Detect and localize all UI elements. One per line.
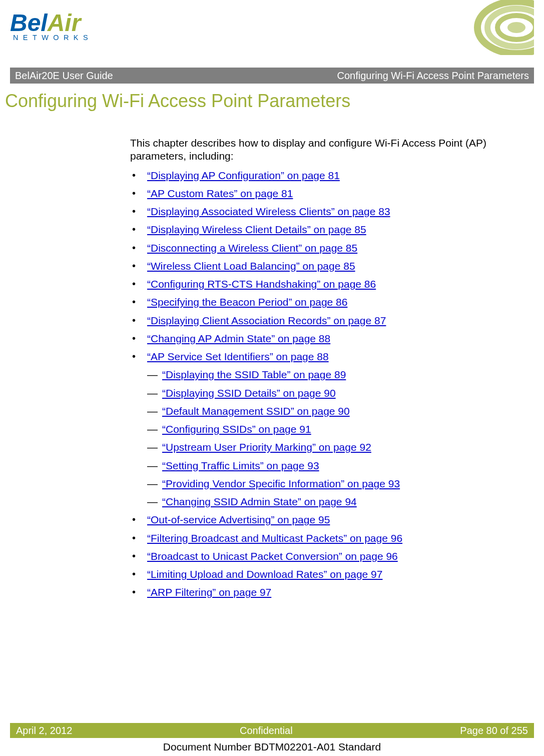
svg-point-4 xyxy=(507,22,525,33)
toc-link[interactable]: “Specifying the Beacon Period” on page 8… xyxy=(147,296,347,308)
brand-part-air: Air xyxy=(48,10,81,36)
header-bar-left: BelAir20E User Guide xyxy=(15,70,113,82)
toc-sub-item: —“Displaying the SSID Table” on page 89 xyxy=(147,368,504,381)
toc-item: “Displaying Client Association Records” … xyxy=(130,314,504,327)
toc-item: “Broadcast to Unicast Packet Conversion”… xyxy=(130,550,504,563)
toc-item: “ARP Filtering” on page 97 xyxy=(130,586,504,599)
document-page: BelAir NETWORKS BelAir20E User Guide Con… xyxy=(0,0,544,756)
header-bar-right: Configuring Wi-Fi Access Point Parameter… xyxy=(337,70,529,82)
toc-link[interactable]: “AP Service Set Identifiers” on page 88 xyxy=(147,351,329,362)
em-dash-icon: — xyxy=(147,441,158,454)
toc-link[interactable]: “Displaying AP Configuration” on page 81 xyxy=(147,170,340,181)
toc-sub-item: —“Changing SSID Admin State” on page 94 xyxy=(147,495,504,508)
toc-item: “Displaying AP Configuration” on page 81 xyxy=(130,169,504,182)
toc-link[interactable]: “Filtering Broadcast and Multicast Packe… xyxy=(147,532,402,544)
page-header-area: BelAir NETWORKS xyxy=(0,0,544,68)
footer-confidentiality: Confidential xyxy=(240,725,293,736)
toc-item: “Displaying Associated Wireless Clients”… xyxy=(130,205,504,218)
toc-sub-item: —“Displaying SSID Details” on page 90 xyxy=(147,387,504,400)
toc-item: “Specifying the Beacon Period” on page 8… xyxy=(130,296,504,309)
toc-item: “AP Custom Rates” on page 81 xyxy=(130,187,504,200)
toc-sub-link[interactable]: “Changing SSID Admin State” on page 94 xyxy=(162,496,357,507)
footer-date: April 2, 2012 xyxy=(16,725,72,736)
chapter-title: Configuring Wi-Fi Access Point Parameter… xyxy=(5,91,534,112)
document-number: Document Number BDTM02201-A01 Standard xyxy=(0,741,544,753)
toc-list: “Displaying AP Configuration” on page 81… xyxy=(130,169,504,599)
toc-item: “Filtering Broadcast and Multicast Packe… xyxy=(130,532,504,545)
toc-item: “Changing AP Admin State” on page 88 xyxy=(130,332,504,345)
toc-sub-link[interactable]: “Providing Vendor Specific Information” … xyxy=(162,478,400,489)
toc-link[interactable]: “Displaying Associated Wireless Clients”… xyxy=(147,206,390,217)
header-bar: BelAir20E User Guide Configuring Wi-Fi A… xyxy=(10,68,534,84)
toc-item: “Displaying Wireless Client Details” on … xyxy=(130,223,504,236)
toc-sub-link[interactable]: “Upstream User Priority Marking” on page… xyxy=(162,441,371,453)
toc-sub-link[interactable]: “Displaying the SSID Table” on page 89 xyxy=(162,369,346,380)
toc-sub-link[interactable]: “Setting Traffic Limits” on page 93 xyxy=(162,460,319,471)
belair-logo: BelAir NETWORKS xyxy=(10,9,110,42)
toc-item: “Out-of-service Advertising” on page 95 xyxy=(130,513,504,526)
toc-sub-link[interactable]: “Configuring SSIDs” on page 91 xyxy=(162,423,311,435)
swoosh-logo-icon xyxy=(474,0,534,55)
toc-item: “Configuring RTS-CTS Handshaking” on pag… xyxy=(130,278,504,291)
em-dash-icon: — xyxy=(147,405,158,418)
toc-item: “Wireless Client Load Balancing” on page… xyxy=(130,260,504,273)
intro-paragraph: This chapter describes how to display an… xyxy=(130,137,504,163)
em-dash-icon: — xyxy=(147,495,158,508)
em-dash-icon: — xyxy=(147,423,158,436)
brand-part-bel: Bel xyxy=(10,10,48,36)
body-area: Configuring Wi-Fi Access Point Parameter… xyxy=(0,84,544,599)
toc-sub-item: —“Upstream User Priority Marking” on pag… xyxy=(147,441,504,454)
toc-sub-list: —“Displaying the SSID Table” on page 89—… xyxy=(147,368,504,508)
brand-subtitle: NETWORKS xyxy=(13,34,110,42)
toc-link[interactable]: “Broadcast to Unicast Packet Conversion”… xyxy=(147,550,398,562)
toc-link[interactable]: “Disconnecting a Wireless Client” on pag… xyxy=(147,242,357,254)
toc-sub-item: —“Configuring SSIDs” on page 91 xyxy=(147,423,504,436)
toc-link[interactable]: “Changing AP Admin State” on page 88 xyxy=(147,333,330,344)
toc-sub-link[interactable]: “Displaying SSID Details” on page 90 xyxy=(162,387,336,399)
toc-sub-item: —“Providing Vendor Specific Information”… xyxy=(147,477,504,490)
toc-item: “Disconnecting a Wireless Client” on pag… xyxy=(130,242,504,255)
toc-link[interactable]: “Wireless Client Load Balancing” on page… xyxy=(147,260,355,272)
em-dash-icon: — xyxy=(147,387,158,400)
toc-sub-item: —“Setting Traffic Limits” on page 93 xyxy=(147,459,504,472)
toc-link[interactable]: “Limiting Upload and Download Rates” on … xyxy=(147,568,382,580)
toc-link[interactable]: “Out-of-service Advertising” on page 95 xyxy=(147,514,330,525)
em-dash-icon: — xyxy=(147,477,158,490)
toc-link[interactable]: “AP Custom Rates” on page 81 xyxy=(147,188,293,199)
em-dash-icon: — xyxy=(147,368,158,381)
toc-sub-item: —“Default Management SSID” on page 90 xyxy=(147,405,504,418)
body-column: This chapter describes how to display an… xyxy=(130,137,504,599)
brand-wordmark: BelAir xyxy=(10,9,110,37)
toc-link[interactable]: “Displaying Client Association Records” … xyxy=(147,315,386,326)
toc-sub-link[interactable]: “Default Management SSID” on page 90 xyxy=(162,405,350,417)
toc-link[interactable]: “Configuring RTS-CTS Handshaking” on pag… xyxy=(147,278,376,290)
toc-item: “Limiting Upload and Download Rates” on … xyxy=(130,568,504,581)
toc-link[interactable]: “ARP Filtering” on page 97 xyxy=(147,586,271,598)
footer-bar: April 2, 2012 Confidential Page 80 of 25… xyxy=(10,723,534,738)
toc-link[interactable]: “Displaying Wireless Client Details” on … xyxy=(147,224,366,235)
footer-page-number: Page 80 of 255 xyxy=(460,725,528,736)
toc-item: “AP Service Set Identifiers” on page 88—… xyxy=(130,350,504,508)
em-dash-icon: — xyxy=(147,459,158,472)
